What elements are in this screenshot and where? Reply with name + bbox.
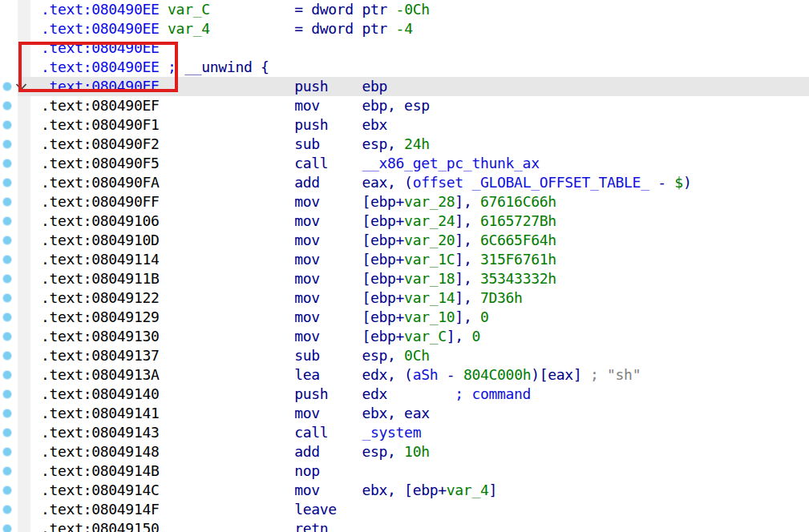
instruction-marker-dot-icon[interactable] bbox=[3, 217, 11, 225]
instruction-token: add esp, bbox=[294, 443, 404, 460]
instruction-token bbox=[160, 116, 295, 133]
disasm-line-text[interactable]: .text:08049106 mov [ebp+var_24], 6165727… bbox=[41, 212, 556, 231]
instruction-token: call bbox=[294, 424, 362, 441]
instruction-marker-dot-icon[interactable] bbox=[3, 371, 11, 379]
instruction-token: aSh bbox=[413, 366, 439, 383]
disasm-line[interactable]: .text:0804910D mov [ebp+var_20], 6C665F6… bbox=[0, 231, 809, 250]
instruction-token: var_14 bbox=[404, 289, 455, 306]
disasm-line-text[interactable]: .text:080490EE ; __unwind { bbox=[41, 58, 269, 77]
instruction-token bbox=[210, 20, 294, 37]
instruction-marker-dot-icon[interactable] bbox=[3, 467, 11, 475]
instruction-token: var_C bbox=[168, 1, 210, 18]
disasm-line-text[interactable]: .text:0804914B nop bbox=[41, 461, 320, 481]
instruction-marker-dot-icon[interactable] bbox=[3, 409, 11, 417]
disasm-line[interactable]: .text:080490F1 push ebx bbox=[0, 115, 809, 135]
disasm-line-text[interactable]: .text:08049122 mov [ebp+var_14], 7D36h bbox=[41, 288, 523, 308]
disasm-line-text[interactable]: .text:0804911B mov [ebp+var_18], 3534333… bbox=[41, 269, 556, 288]
instruction-marker-dot-icon[interactable] bbox=[3, 159, 11, 167]
disasm-line-text[interactable]: .text:0804913A lea edx, (aSh - 804C000h)… bbox=[41, 365, 641, 385]
disasm-line[interactable]: .text:0804914C mov ebx, [ebp+var_4] bbox=[0, 481, 809, 500]
disasm-line-text[interactable]: .text:080490FA add eax, (offset _GLOBAL_… bbox=[41, 173, 691, 192]
disasm-line-text[interactable]: .text:08049143 call _system bbox=[41, 423, 421, 442]
instruction-token: var_20 bbox=[404, 232, 455, 248]
address: .text:0804914C bbox=[41, 482, 160, 498]
disasm-line-text[interactable]: .text:080490F1 push ebx bbox=[41, 115, 387, 135]
disasm-line[interactable]: .text:08049106 mov [ebp+var_24], 6165727… bbox=[0, 212, 809, 231]
disasm-line-text[interactable]: .text:080490FF mov [ebp+var_28], 67616C6… bbox=[41, 192, 556, 212]
disasm-line[interactable]: .text:08049129 mov [ebp+var_10], 0 bbox=[0, 308, 809, 327]
disasm-line-text[interactable]: .text:08049148 add esp, 10h bbox=[41, 442, 430, 461]
instruction-token bbox=[160, 97, 295, 114]
instruction-marker-dot-icon[interactable] bbox=[3, 83, 11, 91]
disasm-line[interactable]: .text:08049141 mov ebx, eax bbox=[0, 404, 809, 423]
disasm-line-text[interactable]: .text:08049114 mov [ebp+var_1C], 315F676… bbox=[41, 250, 556, 269]
disasm-line-text[interactable]: .text:080490EF mov ebp, esp bbox=[41, 96, 430, 115]
disasm-line[interactable]: .text:08049137 sub esp, 0Ch bbox=[0, 346, 809, 365]
disasm-line-text[interactable]: .text:08049129 mov [ebp+var_10], 0 bbox=[41, 308, 489, 327]
disasm-line[interactable]: .text:0804913A lea edx, (aSh - 804C000h)… bbox=[0, 365, 809, 385]
disasm-line[interactable]: .text:080490FF mov [ebp+var_28], 67616C6… bbox=[0, 192, 809, 212]
instruction-marker-dot-icon[interactable] bbox=[3, 236, 11, 244]
instruction-token: 804C000h bbox=[463, 366, 531, 383]
instruction-marker-dot-icon[interactable] bbox=[3, 294, 11, 302]
disasm-line-text[interactable]: .text:080490EE bbox=[41, 38, 160, 58]
disasm-line[interactable]: .text:0804911B mov [ebp+var_18], 3534333… bbox=[0, 269, 809, 288]
disasm-line-text[interactable]: .text:0804910D mov [ebp+var_20], 6C665F6… bbox=[41, 231, 556, 250]
disasm-line-text[interactable]: .text:080490F5 call __x86_get_pc_thunk_a… bbox=[41, 154, 540, 173]
instruction-marker-dot-icon[interactable] bbox=[3, 525, 11, 532]
disasm-line-text[interactable]: .text:080490EE var_C = dword ptr -0Ch bbox=[41, 0, 430, 19]
address: .text:080490EE bbox=[41, 78, 160, 95]
instruction-marker-dot-icon[interactable] bbox=[3, 352, 11, 360]
disasm-line-text[interactable]: .text:080490EE var_4 = dword ptr -4 bbox=[41, 19, 413, 38]
instruction-marker-dot-icon[interactable] bbox=[3, 121, 11, 129]
disasm-line[interactable]: .text:080490EE var_C = dword ptr -0Ch bbox=[0, 0, 809, 19]
address: .text:080490FF bbox=[41, 193, 160, 210]
disasm-line[interactable]: .text:08049143 call _system bbox=[0, 423, 809, 442]
instruction-marker-dot-icon[interactable] bbox=[3, 390, 11, 398]
disasm-line[interactable]: .text:080490F5 call __x86_get_pc_thunk_a… bbox=[0, 154, 809, 173]
disasm-line[interactable]: .text:080490EE var_4 = dword ptr -4 bbox=[0, 19, 809, 38]
disasm-line[interactable]: .text:08049148 add esp, 10h bbox=[0, 442, 809, 461]
disasm-line-text[interactable]: .text:08049141 mov ebx, eax bbox=[41, 404, 430, 423]
disasm-line-text[interactable]: .text:08049150 retn bbox=[41, 519, 328, 532]
disasm-line[interactable]: .text:080490EE ; __unwind { bbox=[0, 58, 809, 77]
disasm-line[interactable]: .text:08049130 mov [ebp+var_C], 0 bbox=[0, 327, 809, 346]
instruction-marker-dot-icon[interactable] bbox=[3, 275, 11, 283]
disasm-line[interactable]: .text:080490EE bbox=[0, 38, 809, 58]
instruction-marker-dot-icon[interactable] bbox=[3, 448, 11, 456]
address: .text:08049130 bbox=[41, 328, 160, 345]
disasm-line[interactable]: .text:08049150 retn bbox=[0, 519, 809, 532]
instruction-marker-dot-icon[interactable] bbox=[3, 198, 11, 206]
disasm-line[interactable]: .text:080490EE push ebp bbox=[0, 77, 809, 96]
disasm-line[interactable]: .text:080490F2 sub esp, 24h bbox=[0, 135, 809, 154]
disasm-line-text[interactable]: .text:08049137 sub esp, 0Ch bbox=[41, 346, 430, 365]
disassembly-listing[interactable]: .text:080490EE var_C = dword ptr -0Ch.te… bbox=[0, 0, 809, 532]
disasm-line-text[interactable]: .text:0804914C mov ebx, [ebp+var_4] bbox=[41, 481, 497, 500]
disasm-line[interactable]: .text:08049122 mov [ebp+var_14], 7D36h bbox=[0, 288, 809, 308]
disasm-line[interactable]: .text:08049114 mov [ebp+var_1C], 315F676… bbox=[0, 250, 809, 269]
instruction-token: call bbox=[294, 155, 362, 171]
disasm-line[interactable]: .text:08049140 push edx ; command bbox=[0, 385, 809, 404]
disasm-line-text[interactable]: .text:08049130 mov [ebp+var_C], 0 bbox=[41, 327, 480, 346]
instruction-token: push edx bbox=[294, 385, 387, 402]
instruction-marker-dot-icon[interactable] bbox=[3, 486, 11, 494]
chevron-down-icon[interactable] bbox=[15, 83, 27, 91]
instruction-marker-dot-icon[interactable] bbox=[3, 429, 11, 437]
instruction-token bbox=[160, 155, 295, 171]
disasm-line[interactable]: .text:0804914F leave bbox=[0, 500, 809, 519]
disasm-line-text[interactable]: .text:080490F2 sub esp, 24h bbox=[41, 135, 430, 154]
instruction-marker-dot-icon[interactable] bbox=[3, 332, 11, 341]
instruction-marker-dot-icon[interactable] bbox=[3, 102, 11, 110]
instruction-marker-dot-icon[interactable] bbox=[3, 179, 11, 187]
disasm-line-text[interactable]: .text:0804914F leave bbox=[41, 500, 337, 519]
instruction-marker-dot-icon[interactable] bbox=[3, 313, 11, 321]
address: .text:080490EF bbox=[41, 97, 160, 114]
disasm-line-text[interactable]: .text:08049140 push edx ; command bbox=[41, 385, 531, 404]
disasm-line[interactable]: .text:080490EF mov ebp, esp bbox=[0, 96, 809, 115]
disasm-line[interactable]: .text:0804914B nop bbox=[0, 461, 809, 481]
disasm-line-text[interactable]: .text:080490EE push ebp bbox=[41, 77, 387, 96]
instruction-marker-dot-icon[interactable] bbox=[3, 140, 11, 148]
instruction-marker-dot-icon[interactable] bbox=[3, 256, 11, 264]
disasm-line[interactable]: .text:080490FA add eax, (offset _GLOBAL_… bbox=[0, 173, 809, 192]
instruction-marker-dot-icon[interactable] bbox=[3, 506, 11, 514]
